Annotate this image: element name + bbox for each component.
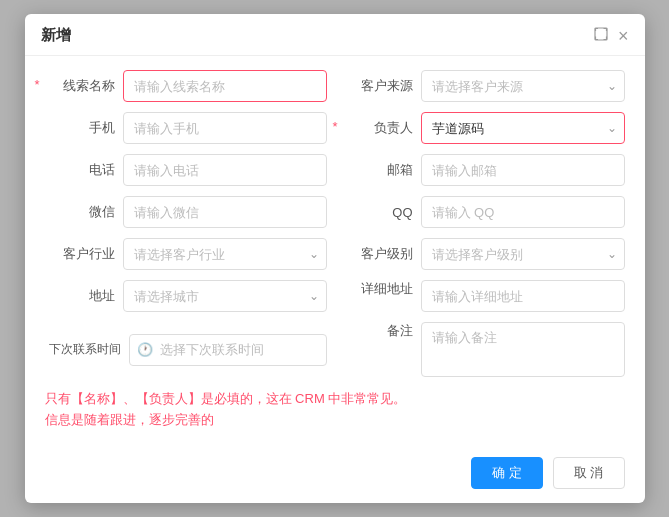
wechat-input[interactable] <box>123 196 327 228</box>
dialog-header: 新增 × <box>25 14 645 56</box>
footer-note: 只有【名称】、【负责人】是必填的，这在 CRM 中非常常见。 信息是随着跟进，逐… <box>45 389 625 437</box>
notes-row: 备注 <box>343 322 625 377</box>
address-label: 地址 <box>45 287 115 305</box>
dialog-title: 新增 <box>41 26 71 45</box>
phone-row: 手机 <box>45 112 327 144</box>
lead-name-label: 线索名称 <box>45 77 115 95</box>
detail-address-input[interactable] <box>421 280 625 312</box>
wechat-label: 微信 <box>45 203 115 221</box>
qq-row: QQ <box>343 196 625 228</box>
level-label: 客户级别 <box>343 245 413 263</box>
email-row: 邮箱 <box>343 154 625 186</box>
email-label: 邮箱 <box>343 161 413 179</box>
owner-row: 负责人 芋道源码 ⌄ <box>343 112 625 144</box>
telephone-input[interactable] <box>123 154 327 186</box>
expand-icon[interactable] <box>594 27 608 45</box>
footer-note-line2: 信息是随着跟进，逐步完善的 <box>45 410 625 431</box>
footer-note-line1: 只有【名称】、【负责人】是必填的，这在 CRM 中非常常见。 <box>45 389 625 410</box>
notes-label: 备注 <box>343 322 413 340</box>
level-wrapper: 请选择客户级别 ⌄ <box>421 238 625 270</box>
lead-name-input[interactable] <box>123 70 327 102</box>
wechat-row: 微信 <box>45 196 327 228</box>
telephone-label: 电话 <box>45 161 115 179</box>
detail-address-label: 详细地址 <box>343 280 413 298</box>
telephone-row: 电话 <box>45 154 327 186</box>
dialog-footer: 确 定 取 消 <box>25 447 645 503</box>
industry-label: 客户行业 <box>45 245 115 263</box>
customer-source-row: 客户来源 请选择客户来源 ⌄ <box>343 70 625 102</box>
lead-name-row: 线索名称 <box>45 70 327 102</box>
owner-select[interactable]: 芋道源码 <box>421 112 625 144</box>
next-contact-input[interactable] <box>129 334 327 366</box>
form-grid: 线索名称 客户来源 请选择客户来源 ⌄ 手机 负责人 <box>45 70 625 377</box>
notes-input[interactable] <box>421 322 625 377</box>
next-contact-row: 下次联系时间 🕐 <box>45 322 327 377</box>
phone-label: 手机 <box>45 119 115 137</box>
email-input[interactable] <box>421 154 625 186</box>
customer-source-wrapper: 请选择客户来源 ⌄ <box>421 70 625 102</box>
svg-rect-0 <box>595 28 607 40</box>
dialog-body: 线索名称 客户来源 请选择客户来源 ⌄ 手机 负责人 <box>25 56 645 447</box>
address-wrapper: 请选择城市 ⌄ <box>123 280 327 312</box>
level-row: 客户级别 请选择客户级别 ⌄ <box>343 238 625 270</box>
new-lead-dialog: 新增 × 线索名称 客户来源 请选择客户来源 <box>25 14 645 503</box>
close-icon[interactable]: × <box>618 27 629 45</box>
owner-label: 负责人 <box>343 119 413 137</box>
address-row: 地址 请选择城市 ⌄ <box>45 280 327 312</box>
cancel-button[interactable]: 取 消 <box>553 457 625 489</box>
level-select[interactable]: 请选择客户级别 <box>421 238 625 270</box>
address-select[interactable]: 请选择城市 <box>123 280 327 312</box>
owner-wrapper: 芋道源码 ⌄ <box>421 112 625 144</box>
phone-input[interactable] <box>123 112 327 144</box>
detail-address-row: 详细地址 <box>343 280 625 312</box>
header-actions: × <box>594 27 629 45</box>
next-contact-wrapper: 🕐 <box>129 334 327 366</box>
confirm-button[interactable]: 确 定 <box>471 457 543 489</box>
customer-source-select[interactable]: 请选择客户来源 <box>421 70 625 102</box>
industry-row: 客户行业 请选择客户行业 ⌄ <box>45 238 327 270</box>
customer-source-label: 客户来源 <box>343 77 413 95</box>
industry-wrapper: 请选择客户行业 ⌄ <box>123 238 327 270</box>
next-contact-label: 下次联系时间 <box>45 341 121 358</box>
qq-input[interactable] <box>421 196 625 228</box>
industry-select[interactable]: 请选择客户行业 <box>123 238 327 270</box>
qq-label: QQ <box>343 205 413 220</box>
